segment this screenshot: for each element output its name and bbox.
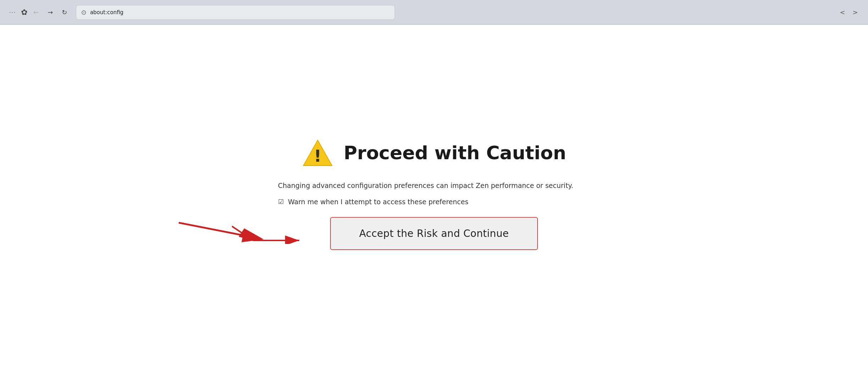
red-arrow-pointing [175,219,267,248]
browser-toolbar: ··· ✿ ← → ↻ ⊙ about:config < > [0,0,868,25]
nav-controls: ··· ✿ ← → ↻ [7,7,70,18]
accept-risk-button[interactable]: Accept the Risk and Continue [330,217,538,250]
menu-button[interactable]: ··· [7,8,18,17]
svg-text:!: ! [314,146,321,166]
back-button[interactable]: ← [30,7,42,18]
address-bar[interactable]: ⊙ about:config [76,5,395,20]
caution-container: ! Proceed with Caution Changing advanced… [274,137,594,250]
checkbox-row: ☑ Warn me when I attempt to access these… [274,198,594,206]
checkbox-icon[interactable]: ☑ [278,198,284,205]
checkbox-label: Warn me when I attempt to access these p… [288,198,468,206]
site-icon: ⊙ [81,9,87,16]
title-row: ! Proceed with Caution [302,137,566,169]
nav-left-button[interactable]: < [837,7,848,18]
page-title: Proceed with Caution [344,142,566,163]
forward-button[interactable]: → [45,7,56,18]
reload-button[interactable]: ↻ [59,7,70,18]
browser-nav-arrows: < > [837,7,861,18]
accept-button-wrapper: Accept the Risk and Continue [274,217,594,250]
nav-right-button[interactable]: > [850,7,861,18]
extensions-button[interactable]: ✿ [21,8,27,17]
address-text: about:config [90,9,390,16]
warning-icon: ! [302,137,334,169]
page-content: ! Proceed with Caution Changing advanced… [0,25,868,383]
svg-line-6 [179,223,260,239]
description-text: Changing advanced configuration preferen… [274,182,594,189]
